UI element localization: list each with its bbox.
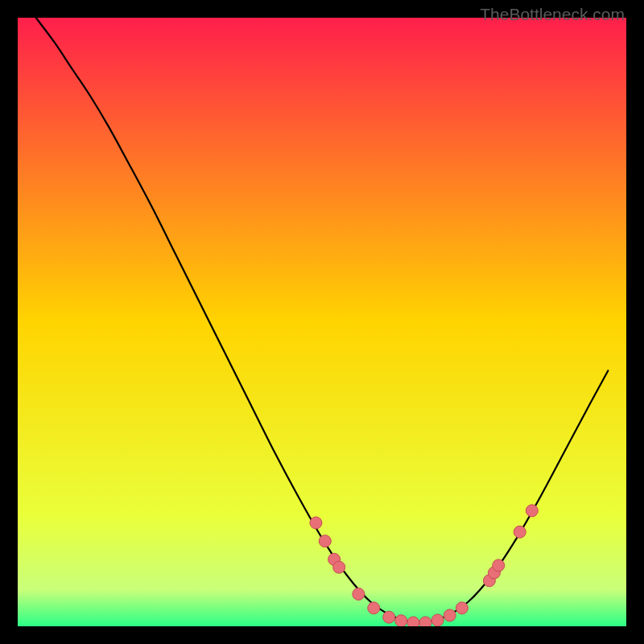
data-marker [407, 617, 419, 626]
data-marker [431, 614, 444, 626]
chart-canvas [18, 18, 626, 626]
data-marker [456, 602, 468, 614]
data-marker [493, 559, 505, 572]
data-marker [514, 526, 526, 538]
data-marker [319, 535, 331, 547]
data-marker [419, 617, 431, 626]
data-marker [444, 609, 456, 621]
watermark-text: TheBottleneck.com [480, 5, 625, 24]
data-marker [526, 505, 538, 517]
data-marker [395, 615, 407, 626]
data-marker [310, 517, 322, 529]
data-marker [368, 602, 380, 614]
data-marker [353, 588, 365, 600]
chart-background [18, 18, 626, 626]
data-marker [333, 561, 345, 573]
data-marker [383, 611, 395, 623]
